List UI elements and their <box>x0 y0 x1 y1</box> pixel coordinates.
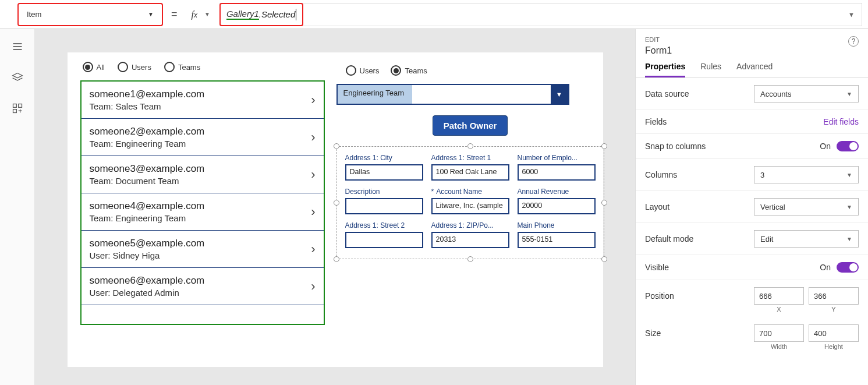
field-label: Address 1: City <box>345 154 423 162</box>
property-selector-highlight: Item ▼ <box>17 3 163 26</box>
chevron-down-icon[interactable]: ▼ <box>204 11 210 17</box>
left-rail <box>0 29 35 385</box>
svg-rect-5 <box>18 104 22 108</box>
field-label: Description <box>345 188 423 196</box>
chevron-right-icon[interactable]: › <box>311 242 315 257</box>
formula-bar: Item ▼ = fx ▼ Gallery1.Selected ▼ <box>0 0 868 29</box>
list-item[interactable]: someone6@example.comUser: Delegated Admi… <box>82 268 324 305</box>
chevron-down-icon: ▼ <box>846 91 852 97</box>
visible-toggle[interactable] <box>837 262 859 273</box>
layout-select[interactable]: Vertical▼ <box>754 198 859 216</box>
components-icon[interactable] <box>12 103 23 116</box>
field-label: Address 1: Street 1 <box>431 154 509 162</box>
field-input[interactable]: 6000 <box>518 164 596 181</box>
help-icon[interactable]: ? <box>848 36 859 47</box>
radio-teams[interactable]: Teams <box>164 62 200 72</box>
field-label: Main Phone <box>518 221 596 229</box>
position-x-input[interactable]: 666 <box>754 287 804 305</box>
prop-label-size: Size <box>645 329 661 338</box>
list-item[interactable]: someone4@example.comTeam: Engineering Te… <box>82 193 324 231</box>
list-item[interactable]: someone5@example.comUser: Sidney Higa› <box>82 231 324 268</box>
field-input[interactable]: Litware, Inc. (sample <box>431 198 509 214</box>
size-width-input[interactable]: 700 <box>754 324 804 342</box>
field-input[interactable] <box>345 198 423 214</box>
form-control-selected[interactable]: Address 1: CityDallasAddress 1: Street 1… <box>336 146 604 259</box>
form-field: Address 1: ZIP/Po...20313 <box>431 221 509 248</box>
form-field: Main Phone555-0151 <box>518 221 596 248</box>
resize-handle[interactable] <box>601 256 607 262</box>
resize-handle[interactable] <box>467 143 473 149</box>
tab-rules[interactable]: Rules <box>700 62 721 77</box>
properties-panel: EDIT Form1 ? Properties Rules Advanced D… <box>635 29 868 385</box>
chevron-right-icon[interactable]: › <box>311 93 315 108</box>
field-label: Number of Emplo... <box>518 154 596 162</box>
hamburger-icon[interactable] <box>12 41 23 54</box>
chevron-right-icon[interactable]: › <box>311 279 315 294</box>
chevron-right-icon[interactable]: › <box>311 167 315 182</box>
equals-sign: = <box>171 8 178 20</box>
default-mode-select[interactable]: Edit▼ <box>754 230 859 248</box>
fx-icon[interactable]: fx <box>192 9 197 20</box>
prop-label-position: Position <box>645 291 674 301</box>
formula-token-gallery: Gallery1 <box>226 9 259 20</box>
filter-radio-group: All Users Teams <box>83 62 325 72</box>
app-canvas: All Users Teams someone1@example.comTeam… <box>68 52 603 367</box>
resize-handle[interactable] <box>334 143 339 149</box>
svg-marker-3 <box>12 73 22 78</box>
snap-toggle[interactable] <box>837 141 859 151</box>
prop-label-default-mode: Default mode <box>645 234 693 243</box>
form-field: Address 1: Street 2 <box>345 221 423 248</box>
field-input[interactable]: 555-0151 <box>518 232 596 248</box>
formula-input[interactable]: Gallery1.Selected <box>219 3 303 26</box>
tab-advanced[interactable]: Advanced <box>736 62 773 77</box>
size-height-input[interactable]: 400 <box>809 324 859 342</box>
text-cursor <box>296 9 296 20</box>
edit-fields-link[interactable]: Edit fields <box>823 117 859 126</box>
form-field: Account NameLitware, Inc. (sample <box>431 188 509 214</box>
field-input[interactable] <box>345 232 423 248</box>
chevron-right-icon[interactable]: › <box>311 130 315 145</box>
list-item[interactable]: someone1@example.comTeam: Sales Team› <box>82 82 324 119</box>
formula-token-selected: .Selected <box>259 9 296 19</box>
property-selector[interactable]: Item ▼ <box>21 10 160 19</box>
field-input[interactable]: Dallas <box>345 164 423 181</box>
patch-owner-button[interactable]: Patch Owner <box>433 115 508 136</box>
canvas-area[interactable]: All Users Teams someone1@example.comTeam… <box>35 29 635 385</box>
list-item[interactable]: someone2@example.comTeam: Engineering Te… <box>82 119 324 156</box>
layers-icon[interactable] <box>12 72 23 85</box>
prop-label-datasource: Data source <box>645 89 689 98</box>
field-input[interactable]: 100 Red Oak Lane <box>431 164 509 181</box>
tab-properties[interactable]: Properties <box>645 62 685 77</box>
radio-users-owner[interactable]: Users <box>346 65 380 76</box>
chevron-right-icon[interactable]: › <box>311 204 315 220</box>
form-field: Description <box>345 188 423 214</box>
chevron-down-icon: ▼ <box>551 85 568 104</box>
gallery-control[interactable]: someone1@example.comTeam: Sales Team› so… <box>80 80 325 325</box>
columns-select[interactable]: 3▼ <box>754 166 859 183</box>
panel-mode-label: EDIT <box>645 36 672 43</box>
chevron-down-icon: ▼ <box>846 204 852 210</box>
resize-handle[interactable] <box>601 200 607 206</box>
svg-rect-4 <box>13 104 16 108</box>
resize-handle[interactable] <box>334 200 339 206</box>
field-label: Annual Revenue <box>518 188 596 196</box>
prop-label-columns: Columns <box>645 170 677 179</box>
resize-handle[interactable] <box>467 256 473 262</box>
list-item[interactable]: someone3@example.comTeam: Document Team› <box>82 156 324 193</box>
field-input[interactable]: 20313 <box>431 232 509 248</box>
chevron-down-icon[interactable]: ▼ <box>841 11 862 18</box>
radio-teams-owner[interactable]: Teams <box>391 65 427 76</box>
prop-label-visible: Visible <box>645 263 669 272</box>
field-label: Address 1: Street 2 <box>345 221 423 229</box>
team-dropdown[interactable]: Engineering Team ▼ <box>336 84 569 105</box>
prop-label-snap: Snap to columns <box>645 142 706 151</box>
radio-all[interactable]: All <box>83 62 105 72</box>
datasource-select[interactable]: Accounts▼ <box>754 85 859 103</box>
selected-control-name: Form1 <box>645 45 672 56</box>
resize-handle[interactable] <box>334 256 339 262</box>
resize-handle[interactable] <box>601 143 607 149</box>
radio-users[interactable]: Users <box>118 62 151 72</box>
field-input[interactable]: 20000 <box>518 198 596 214</box>
dropdown-value: Engineering Team <box>338 85 551 104</box>
position-y-input[interactable]: 366 <box>809 287 859 305</box>
